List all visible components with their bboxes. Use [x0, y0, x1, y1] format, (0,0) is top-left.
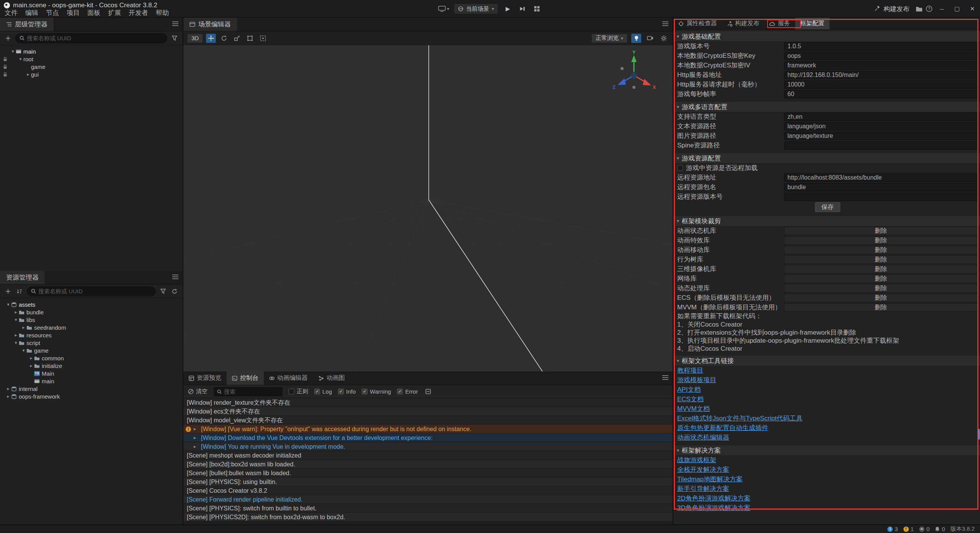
- log-row[interactable]: [Scene] meshopt wasm decoder initialized: [183, 451, 673, 460]
- tree-node-script[interactable]: ▾script: [0, 339, 183, 347]
- link-教程项目[interactable]: 教程项目: [677, 366, 703, 375]
- chevron-down-icon[interactable]: ▾: [10, 49, 16, 54]
- sort-assets-button[interactable]: [15, 287, 24, 296]
- chevron-down-icon[interactable]: ▾: [5, 302, 11, 307]
- minimize-button[interactable]: ─: [934, 0, 949, 18]
- delete-button-动画状态机库[interactable]: 删除: [784, 227, 978, 235]
- axis-gizmo[interactable]: Y X Z: [609, 51, 659, 100]
- section-header-框架文档工具链接[interactable]: ▾框架文档工具链接: [673, 356, 980, 366]
- delete-button-动态处理库[interactable]: 删除: [784, 284, 978, 293]
- 游戏每秒帧率-input[interactable]: [784, 90, 978, 98]
- expand-chevron-icon[interactable]: ▸: [194, 425, 196, 433]
- error-count[interactable]: ✕ 0: [919, 526, 929, 532]
- 支持语言类型-input[interactable]: [784, 113, 978, 121]
- menu-文件[interactable]: 文件: [1, 8, 21, 18]
- delete-button-MVVM（删除后模板项目无法使用）[interactable]: 删除: [784, 303, 978, 312]
- warning-count[interactable]: ! 1: [903, 526, 914, 532]
- message-count[interactable]: i 3: [887, 526, 898, 532]
- chevron-right-icon[interactable]: ▸: [13, 332, 19, 338]
- menu-扩展[interactable]: 扩展: [104, 8, 125, 18]
- scene-editor-tab[interactable]: 场景编辑器: [183, 18, 237, 31]
- menu-开发者[interactable]: 开发者: [125, 8, 152, 18]
- console-tab-控制台[interactable]: 控制台: [227, 371, 264, 385]
- link-Tiledmap地图解决方案[interactable]: Tiledmap地图解决方案: [677, 475, 743, 484]
- anchor-tool-button[interactable]: [258, 34, 268, 43]
- inspector-tab-框架配置[interactable]: 框架配置: [795, 18, 830, 29]
- tree-node-main[interactable]: main: [0, 377, 183, 385]
- tree-node-oops-framework[interactable]: ▸oops-framework: [0, 392, 183, 400]
- link-ECS文档[interactable]: ECS文档: [677, 395, 704, 404]
- chevron-right-icon[interactable]: ▸: [21, 325, 26, 330]
- step-button[interactable]: [518, 4, 528, 14]
- hierarchy-tab[interactable]: 层级管理器: [0, 18, 54, 31]
- mode-3d-toggle[interactable]: 3D: [187, 34, 203, 43]
- link-新手引导解决方案[interactable]: 新手引导解决方案: [677, 484, 729, 493]
- tree-node-Main[interactable]: TSMain: [0, 370, 183, 377]
- tree-node-game[interactable]: ▾game: [0, 347, 183, 354]
- delete-button-ECS（删除后模板项目无法使用）[interactable]: 删除: [784, 294, 978, 302]
- log-row[interactable]: [Scene] Forward render pipeline initiali…: [183, 495, 673, 504]
- log-row[interactable]: [Scene] [PHYSICS2D]: switch from box2d-w…: [183, 513, 673, 522]
- tree-node-assets[interactable]: ▾assets: [0, 301, 183, 308]
- rotate-tool-button[interactable]: [219, 34, 229, 43]
- log-row[interactable]: [Window] ecs文件夹不存在: [183, 407, 673, 416]
- scene-light-toggle[interactable]: [631, 34, 641, 43]
- regex-checkbox[interactable]: 正则: [289, 388, 308, 395]
- create-node-button[interactable]: [4, 34, 12, 43]
- tree-node-game[interactable]: game: [0, 63, 183, 70]
- help-button[interactable]: ?: [924, 4, 934, 14]
- assets-search-input[interactable]: [38, 288, 152, 294]
- log-row[interactable]: [Scene] [PHYSICS]: switch from builtin t…: [183, 504, 673, 513]
- expand-chevron-icon[interactable]: ▸: [194, 433, 196, 442]
- scene-camera-button[interactable]: [645, 34, 655, 43]
- panel-menu-icon[interactable]: [662, 375, 669, 380]
- 图片资源路径-input[interactable]: [784, 132, 978, 140]
- menu-面板[interactable]: 面板: [83, 8, 104, 18]
- section-header-游戏多语言配置[interactable]: ▾游戏多语言配置: [673, 102, 980, 112]
- delete-button-动画特效库[interactable]: 删除: [784, 236, 978, 245]
- scene-selector-dropdown[interactable]: 当前场景 ▾: [454, 3, 498, 14]
- filter-Error-checkbox[interactable]: ✓Error: [397, 388, 418, 395]
- scene-settings-button[interactable]: [659, 34, 669, 43]
- console-tab-动画编辑器[interactable]: 动画编辑器: [264, 371, 313, 385]
- log-row[interactable]: [Scene] [bullet]:bullet wasm lib loaded.: [183, 469, 673, 477]
- expand-chevron-icon[interactable]: ▸: [194, 442, 196, 451]
- console-tab-资源预览[interactable]: 资源预览: [183, 371, 227, 385]
- link-战旗游戏框架[interactable]: 战旗游戏框架: [677, 456, 716, 464]
- preview-blocks-button[interactable]: [532, 4, 542, 14]
- hierarchy-search[interactable]: [15, 33, 167, 43]
- section-header-框架模块裁剪[interactable]: ▾框架模块裁剪: [673, 216, 980, 226]
- menu-节点[interactable]: 节点: [42, 8, 63, 18]
- chevron-down-icon[interactable]: ▾: [21, 348, 26, 353]
- Http服务器请求超时（毫秒）-input[interactable]: [784, 80, 978, 89]
- chevron-right-icon[interactable]: ▸: [28, 363, 34, 368]
- section-header-游戏资源配置[interactable]: ▾游戏资源配置: [673, 153, 980, 163]
- build-publish-button[interactable]: 构建发布: [870, 5, 914, 13]
- notification-count[interactable]: 0: [935, 526, 945, 532]
- link-全栈开发解决方案[interactable]: 全栈开发解决方案: [677, 465, 729, 474]
- device-preview-dropdown[interactable]: ▾: [438, 6, 449, 12]
- tree-node-resources[interactable]: ▸resources: [0, 331, 183, 339]
- section-header-框架解决方案[interactable]: ▾框架解决方案: [673, 445, 980, 455]
- filter-Log-checkbox[interactable]: ✓Log: [314, 388, 332, 395]
- chevron-down-icon[interactable]: ▾: [18, 56, 23, 62]
- chevron-right-icon[interactable]: ▸: [28, 355, 34, 361]
- chevron-right-icon[interactable]: ▸: [13, 309, 19, 315]
- filter-button[interactable]: [159, 287, 167, 296]
- tree-node-initialize[interactable]: ▸initialize: [0, 362, 183, 370]
- 游戏版本号-input[interactable]: [784, 42, 978, 51]
- folder-shortcut-button[interactable]: [914, 4, 924, 14]
- close-button[interactable]: ✕: [965, 0, 980, 18]
- 远程资源包名-input[interactable]: [784, 183, 978, 191]
- tree-node-libs[interactable]: ▾libs: [0, 316, 183, 324]
- 游戏中资源是否远程加载-checkbox[interactable]: [677, 165, 683, 171]
- filter-Info-checkbox[interactable]: ✓Info: [338, 388, 356, 395]
- console-tab-动画图[interactable]: 动画图: [313, 371, 350, 385]
- create-asset-button[interactable]: [4, 287, 12, 296]
- link-MVVM文档[interactable]: MVVM文档: [677, 404, 710, 413]
- 本地数据CryptoES加密IV-input[interactable]: [784, 61, 978, 70]
- chevron-right-icon[interactable]: ▸: [5, 386, 11, 391]
- tree-node-internal[interactable]: ▸internal: [0, 385, 183, 392]
- play-button[interactable]: ▶: [503, 4, 513, 14]
- scrollbar-thumb[interactable]: [978, 429, 980, 440]
